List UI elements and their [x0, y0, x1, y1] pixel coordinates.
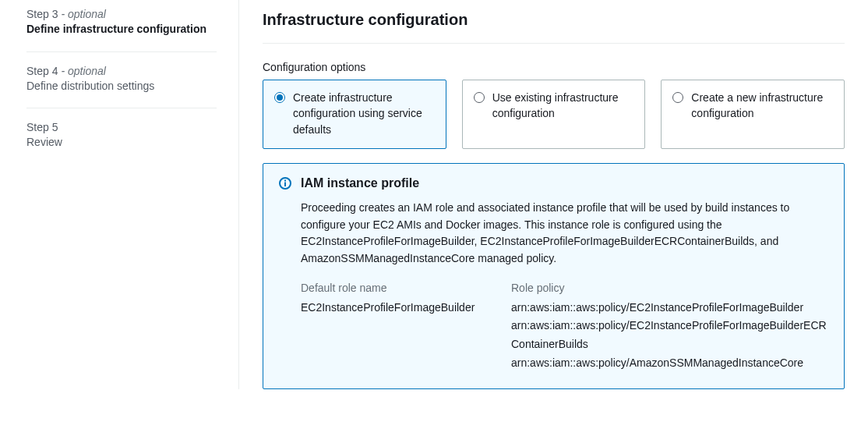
- option-create-defaults[interactable]: Create infrastructure configuration usin…: [263, 80, 446, 149]
- step-optional: - optional: [61, 8, 106, 20]
- role-policy-values: arn:aws:iam::aws:policy/EC2InstanceProfi…: [511, 299, 828, 373]
- info-content: IAM instance profile Proceeding creates …: [301, 176, 828, 373]
- role-policy-arn: arn:aws:iam::aws:policy/EC2InstanceProfi…: [511, 299, 828, 317]
- step-optional: - optional: [61, 65, 106, 77]
- wizard-step-5[interactable]: Step 5 Review: [26, 108, 217, 165]
- role-policy-arn: arn:aws:iam::aws:policy/EC2InstanceProfi…: [511, 317, 828, 354]
- info-title: IAM instance profile: [301, 176, 828, 190]
- radio-icon: [274, 92, 285, 103]
- option-label: Use existing infrastructure configuratio…: [492, 90, 634, 122]
- role-name-value: EC2InstanceProfileForImageBuilder: [301, 299, 488, 317]
- radio-icon: [672, 92, 683, 103]
- option-create-new[interactable]: Create a new infrastructure configuratio…: [661, 80, 845, 149]
- step-title: Review: [26, 135, 217, 151]
- step-number: Step 4: [26, 65, 58, 77]
- svg-rect-2: [284, 179, 286, 181]
- step-number: Step 3: [26, 8, 58, 20]
- step-title: Define infrastructure configuration: [26, 22, 217, 37]
- step-title: Define distribution settings: [26, 79, 217, 94]
- option-label: Create a new infrastructure configuratio…: [691, 90, 833, 122]
- role-name-label: Default role name: [301, 282, 488, 294]
- role-policy-label: Role policy: [511, 282, 828, 294]
- wizard-step-3[interactable]: Step 3 - optional Define infrastructure …: [26, 0, 217, 51]
- info-description: Proceeding creates an IAM role and assoc…: [301, 200, 828, 268]
- wizard-sidebar: Step 3 - optional Define infrastructure …: [0, 0, 238, 422]
- wizard-step-4[interactable]: Step 4 - optional Define distribution se…: [26, 51, 217, 108]
- config-options-row: Create infrastructure configuration usin…: [263, 80, 845, 149]
- option-label: Create infrastructure configuration usin…: [293, 90, 435, 137]
- info-col-role-policy: Role policy arn:aws:iam::aws:policy/EC2I…: [511, 282, 828, 373]
- radio-icon: [474, 92, 485, 103]
- role-policy-arn: arn:aws:iam::aws:policy/AmazonSSMManaged…: [511, 354, 828, 373]
- info-columns: Default role name EC2InstanceProfileForI…: [301, 282, 828, 373]
- iam-info-box: IAM instance profile Proceeding creates …: [263, 163, 845, 389]
- main-content: Infrastructure configuration Configurati…: [238, 0, 868, 422]
- svg-rect-1: [284, 182, 286, 186]
- step-number: Step 5: [26, 121, 58, 133]
- info-icon: [279, 177, 291, 192]
- info-col-role-name: Default role name EC2InstanceProfileForI…: [301, 282, 488, 373]
- option-use-existing[interactable]: Use existing infrastructure configuratio…: [462, 80, 646, 149]
- page-title: Infrastructure configuration: [263, 0, 845, 44]
- config-options-label: Configuration options: [263, 61, 845, 73]
